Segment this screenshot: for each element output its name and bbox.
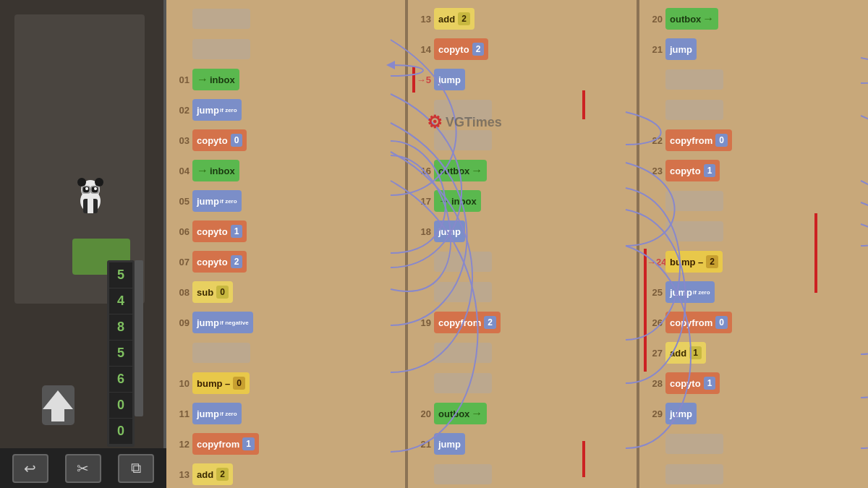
copyto-instruction-14b[interactable]: copyto 2 xyxy=(434,38,488,60)
instruction-row xyxy=(174,36,398,62)
placeholder-c3-5 xyxy=(647,431,861,457)
inbox-instruction-01[interactable]: → inbox xyxy=(192,69,239,90)
instruction-row-19: 19 copyfrom 2 xyxy=(415,309,629,335)
placeholder-c2-1 xyxy=(415,97,629,123)
placeholder-block xyxy=(665,69,723,90)
copyto-instruction-06[interactable]: copyto 1 xyxy=(192,221,247,242)
up-arrow-button[interactable] xyxy=(36,380,80,430)
instruction-row-16: 16 outbox → xyxy=(415,158,629,184)
code-column-3: 20 outbox → 21 jump 22 copyfrom 0 xyxy=(637,0,868,488)
copyto-instruction-28[interactable]: copyto 1 xyxy=(665,372,720,394)
svg-point-9 xyxy=(94,187,97,190)
instruction-row-14b: 14 copyto 2 xyxy=(415,36,629,62)
instruction-row-12: 12 copyfrom 1 xyxy=(174,431,398,457)
placeholder-block xyxy=(665,221,723,241)
outbox-instruction-16[interactable]: outbox → xyxy=(434,160,487,181)
add-instruction-13b[interactable]: add 2 xyxy=(434,8,475,30)
outbox-instruction-20[interactable]: outbox → xyxy=(434,403,487,424)
undo-button[interactable]: ↩ xyxy=(12,454,48,483)
copyfrom-instruction-12[interactable]: copyfrom 1 xyxy=(192,433,259,455)
svg-point-5 xyxy=(95,178,103,187)
instruction-row-26: 26 copyfrom 0 xyxy=(647,309,861,335)
code-column-2: 13 add 2 14 copyto 2 →5 jump xyxy=(405,0,637,488)
instruction-row-13: 13 add 2 xyxy=(174,461,398,487)
instruction-row-10: 10 bump – 0 xyxy=(174,370,398,396)
jumpzero-instruction-11[interactable]: jump if zero xyxy=(192,403,242,424)
add-instruction-13[interactable]: add 2 xyxy=(192,463,233,485)
placeholder-block xyxy=(434,252,492,272)
toolbar: ↩ ✂ ⧉ xyxy=(0,448,166,488)
placeholder-block xyxy=(434,100,492,120)
jump-instruction-29[interactable]: jump xyxy=(665,403,697,424)
placeholder-block xyxy=(434,343,492,363)
placeholder-block xyxy=(192,343,250,363)
svg-point-4 xyxy=(77,178,86,187)
instruction-row-23c: 23 copyto 1 xyxy=(647,158,861,184)
add-instruction-27[interactable]: add 1 xyxy=(665,342,706,364)
red-marker-left xyxy=(412,67,415,93)
instruction-row xyxy=(174,6,398,32)
jumpzero-instruction-25[interactable]: jump if zero xyxy=(665,281,715,303)
placeholder-c2-2 xyxy=(415,127,629,153)
jump-instruction-21[interactable]: jump xyxy=(434,433,465,455)
stack-value-5: 0 xyxy=(109,393,132,419)
placeholder-c2-4 xyxy=(415,279,629,305)
instruction-row-01: 01 → inbox xyxy=(174,67,398,93)
placeholder-block xyxy=(665,191,723,211)
code-area: 01 → inbox 02 jump if zero 03 copyto 0 0… xyxy=(166,0,868,488)
instruction-row-02: 02 jump if zero xyxy=(174,97,398,123)
stack-value-6: 0 xyxy=(109,419,132,445)
inbox-instruction-17[interactable]: → inbox xyxy=(434,190,481,212)
outbox-instruction-20c[interactable]: outbox → xyxy=(665,8,718,30)
bump-instruction-24c[interactable]: bump – 2 xyxy=(665,251,723,273)
placeholder-c2-6 xyxy=(415,370,629,396)
placeholder-block xyxy=(665,434,723,454)
copy-button[interactable]: ⧉ xyxy=(118,454,154,483)
stack-value-2: 8 xyxy=(109,314,132,341)
instruction-row-22c: 22 copyfrom 0 xyxy=(647,127,861,153)
jump-instruction-21c[interactable]: jump xyxy=(665,38,697,60)
placeholder-block xyxy=(192,39,250,59)
cut-button[interactable]: ✂ xyxy=(65,454,101,483)
instruction-row-18: 18 jump xyxy=(415,218,629,244)
placeholder-c2-7 xyxy=(415,461,629,487)
copyfrom-instruction-26[interactable]: copyfrom 0 xyxy=(665,312,732,333)
sub-instruction-08[interactable]: sub 0 xyxy=(192,281,233,303)
instruction-row-28: 28 copyto 1 xyxy=(647,370,861,396)
stack-value-4: 6 xyxy=(109,367,132,393)
placeholder-c3-2 xyxy=(647,97,861,123)
instruction-row-06: 06 copyto 1 xyxy=(174,218,398,244)
stack-handle xyxy=(135,260,143,416)
placeholder-block xyxy=(434,464,492,484)
placeholder-c3-3 xyxy=(647,188,861,214)
placeholder-c2-3 xyxy=(415,249,629,275)
instruction-row-09: 09 jump if negative xyxy=(174,309,398,335)
jump-instruction-18[interactable]: jump xyxy=(434,221,465,242)
jumpneg-instruction-09[interactable]: jump if negative xyxy=(192,312,253,333)
jump-instruction-5[interactable]: jump xyxy=(434,69,465,90)
copyto-instruction-07[interactable]: copyto 2 xyxy=(192,251,247,273)
placeholder-block xyxy=(665,100,723,120)
instruction-row-5-jump: →5 jump xyxy=(415,67,629,93)
jumpzero-instruction-05[interactable]: jump if zero xyxy=(192,190,242,212)
left-panel: 5 4 8 5 6 0 0 ↩ ✂ ⧉ xyxy=(0,0,166,488)
copyfrom-instruction-22c[interactable]: copyfrom 0 xyxy=(665,129,732,151)
placeholder-c3-1 xyxy=(647,67,861,93)
instruction-row-04: 04 → inbox xyxy=(174,158,398,184)
placeholder-c2-5 xyxy=(415,340,629,366)
placeholder-c3-4 xyxy=(647,218,861,244)
instruction-row-08: 08 sub 0 xyxy=(174,279,398,305)
instruction-row-29: 29 jump xyxy=(647,401,861,427)
instruction-row-11: 11 jump if zero xyxy=(174,401,398,427)
instruction-row-24c: →24 bump – 2 xyxy=(647,249,861,275)
copyto-instruction-03[interactable]: copyto 0 xyxy=(192,129,247,151)
stack-value-3: 5 xyxy=(109,341,132,367)
jumpzero-instruction-02[interactable]: jump if zero xyxy=(192,99,242,121)
inbox-instruction-04[interactable]: → inbox xyxy=(192,160,239,181)
instruction-row-placeholder-09b xyxy=(174,340,398,366)
bump-instruction-10[interactable]: bump – 0 xyxy=(192,372,250,394)
copyfrom-instruction-19[interactable]: copyfrom 2 xyxy=(434,312,501,333)
copyto-instruction-23c[interactable]: copyto 1 xyxy=(665,160,720,181)
placeholder-block xyxy=(434,373,492,393)
instruction-row-05: 05 jump if zero xyxy=(174,188,398,214)
